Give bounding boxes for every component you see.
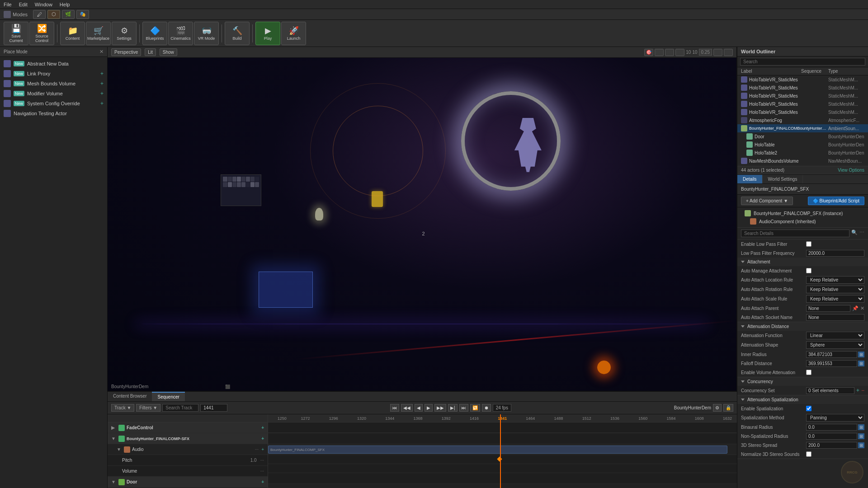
bountyhunter-expand[interactable]: ▼ <box>111 436 117 441</box>
track-label[interactable]: Track ▼ <box>111 404 134 412</box>
viewport[interactable]: Perspective Lit Show 🎯 10 10 0.25 <box>108 47 737 391</box>
fadecontrol-add[interactable]: + <box>261 425 264 430</box>
attenuation-function-select[interactable]: Linear <box>806 332 864 339</box>
menu-help[interactable]: Help <box>60 2 70 7</box>
stereo-spread-input[interactable] <box>806 442 857 449</box>
seq-loop[interactable]: 🔁 <box>470 404 480 412</box>
seq-search-input[interactable] <box>162 404 198 412</box>
panel-item-abstract[interactable]: New Abstract New Data <box>0 59 107 69</box>
seq-lock[interactable]: 🔒 <box>723 404 733 412</box>
mode-btn-1[interactable]: 🖊 <box>33 10 46 19</box>
toolbar-blueprints[interactable]: 🔷 Blueprints <box>142 22 167 45</box>
seq-skip-start[interactable]: ⏮ <box>390 404 399 412</box>
vp-icon-1[interactable]: 🎯 <box>644 49 653 56</box>
seq-frame-input[interactable] <box>200 404 227 412</box>
outliner-row-3[interactable]: HoloTableVR_StaticMes StaticMeshM... <box>737 100 868 108</box>
falloff-distance-input[interactable] <box>806 360 857 367</box>
seq-skip-end[interactable]: ⏭ <box>459 404 468 412</box>
left-panel-close[interactable]: ✕ <box>99 49 104 55</box>
track-volume[interactable]: Volume ··· <box>108 466 268 477</box>
outliner-row-9[interactable]: HoloTable2 BountyHunterDen <box>737 149 868 157</box>
auto-attach-socket-input[interactable] <box>806 314 864 321</box>
timeline-playhead[interactable] <box>500 414 501 488</box>
attenuation-distance-header[interactable]: Attenuation Distance <box>737 322 868 331</box>
toolbar-source-control[interactable]: 🔀 Source Control <box>29 22 54 45</box>
auto-manage-checkbox[interactable] <box>806 268 811 273</box>
panel-item-nav-testing[interactable]: Navigation Testing Actor <box>0 108 107 118</box>
outliner-row-0[interactable]: HoloTableVR_StaticMes StaticMeshM... <box>737 75 868 84</box>
non-spatial-spin[interactable]: ⊞ <box>858 433 864 439</box>
audio-add[interactable]: + <box>261 447 264 452</box>
falloff-distance-spin[interactable]: ⊞ <box>858 361 864 366</box>
parent-clear-icon[interactable]: ✕ <box>860 305 864 311</box>
search-icon[interactable]: 🔍 <box>851 230 858 237</box>
menu-file[interactable]: File <box>4 2 12 7</box>
viewport-content[interactable]: 2 BountyHunterDem ⬛ <box>108 58 736 391</box>
outliner-row-10[interactable]: NavMeshBoundsVolume NavMeshBoun... <box>737 157 868 165</box>
system-config-add[interactable]: + <box>100 100 104 107</box>
enable-spatial-checkbox[interactable] <box>806 406 811 411</box>
mode-btn-2[interactable]: ⬡ <box>47 10 60 19</box>
mode-btn-4[interactable]: 🎭 <box>76 10 89 19</box>
seq-step-fwd[interactable]: ▶▶ <box>434 404 446 412</box>
outliner-row-6[interactable]: BountyHunter_FINALCOMBountyHunterDen Amb… <box>737 124 868 132</box>
outliner-row-1[interactable]: HoloTableVR_StaticMes StaticMeshM... <box>737 84 868 92</box>
attenuation-spatial-header[interactable]: Attenuation Spatialization <box>737 395 868 404</box>
panel-item-link-proxy[interactable]: New Link Proxy + <box>0 69 107 79</box>
vp-icon-2[interactable] <box>655 49 664 56</box>
outliner-row-4[interactable]: HoloTableVR_StaticMes StaticMeshM... <box>737 108 868 116</box>
toolbar-cinematics[interactable]: 🎬 Cinematics <box>168 22 193 45</box>
seq-play[interactable]: ▶ <box>425 404 433 412</box>
panel-item-mesh-bounds[interactable]: New Mesh Bounds Volume + <box>0 79 107 89</box>
component-audio[interactable]: AudioComponent (Inherited) <box>737 217 868 225</box>
mesh-bounds-add[interactable]: + <box>100 80 104 87</box>
enable-vol-attenuation-checkbox[interactable] <box>806 370 811 375</box>
viewport-show-btn[interactable]: Show <box>160 48 177 56</box>
outliner-row-5[interactable]: AtmosphericFog AtmosphericF... <box>737 116 868 124</box>
non-spatial-radius-input[interactable] <box>806 433 857 440</box>
auto-attach-rot-select[interactable]: Keep Relative <box>806 286 864 293</box>
viewport-perspective-btn[interactable]: Perspective <box>111 48 141 56</box>
toolbar-build[interactable]: 🔨 Build <box>225 22 250 45</box>
concurrency-set-input[interactable] <box>806 387 854 394</box>
menu-edit[interactable]: Edit <box>19 2 28 7</box>
normalize-3d-stereo-checkbox[interactable] <box>806 451 811 457</box>
concurrency-set-add[interactable]: + <box>856 387 859 394</box>
inner-radius-spin[interactable]: ⊞ <box>858 352 864 357</box>
viewport-lit-btn[interactable]: Lit <box>145 48 156 56</box>
bountyhunter-add[interactable]: + <box>261 436 264 441</box>
seq-settings[interactable]: ⚙ <box>713 404 722 412</box>
seq-prev-key[interactable]: ◀◀ <box>401 404 413 412</box>
low-pass-freq-input[interactable] <box>806 250 864 257</box>
tab-details[interactable]: Details <box>737 175 763 183</box>
door-expand[interactable]: ▼ <box>111 479 117 485</box>
props-options-icon[interactable]: ⋯ <box>859 230 864 237</box>
enable-low-pass-checkbox[interactable] <box>806 241 811 247</box>
parent-pick-icon[interactable]: 📌 <box>852 305 859 311</box>
toolbar-play[interactable]: ▶ Play <box>255 22 280 45</box>
audio-dots[interactable]: ··· <box>255 447 259 452</box>
toolbar-vr-mode[interactable]: 🥽 VR Mode <box>194 22 219 45</box>
concurrency-header[interactable]: Concurrency <box>737 377 868 386</box>
binaural-radius-input[interactable] <box>806 424 857 431</box>
toolbar-marketplace[interactable]: 🛒 Marketplace <box>86 22 111 45</box>
seq-record[interactable]: ⏺ <box>482 404 491 412</box>
track-audio[interactable]: ▼ Audio ··· + <box>108 444 268 455</box>
audio-clip[interactable]: BountyHunter_FINALCOMP_SFX <box>268 446 727 454</box>
filters-label[interactable]: Filters ▼ <box>136 404 160 412</box>
outliner-search-input[interactable] <box>740 58 865 66</box>
seq-step-back[interactable]: ◀ <box>415 404 423 412</box>
pitch-keyframe[interactable] <box>497 456 502 461</box>
panel-item-modifier-volume[interactable]: New Modifier Volume + <box>0 89 107 99</box>
inner-radius-input[interactable] <box>806 351 857 358</box>
component-instance[interactable]: BountyHunter_FINALCOMP_SFX (Instance) <box>737 209 868 217</box>
auto-attach-scale-select[interactable]: Keep Relative <box>806 295 864 303</box>
blueprint-add-script-btn[interactable]: 🔷 Blueprint/Add Script <box>808 197 864 205</box>
view-options[interactable]: View Options <box>838 168 864 173</box>
track-pitch[interactable]: Pitch 1.0 ··· <box>108 455 268 466</box>
toolbar-launch[interactable]: 🚀 Launch <box>281 22 306 45</box>
stereo-spread-spin[interactable]: ⊞ <box>858 442 864 448</box>
tab-sequencer[interactable]: Sequencer <box>152 392 184 401</box>
vp-icon-5[interactable] <box>713 49 722 56</box>
concurrency-set-remove[interactable]: − <box>861 387 864 394</box>
